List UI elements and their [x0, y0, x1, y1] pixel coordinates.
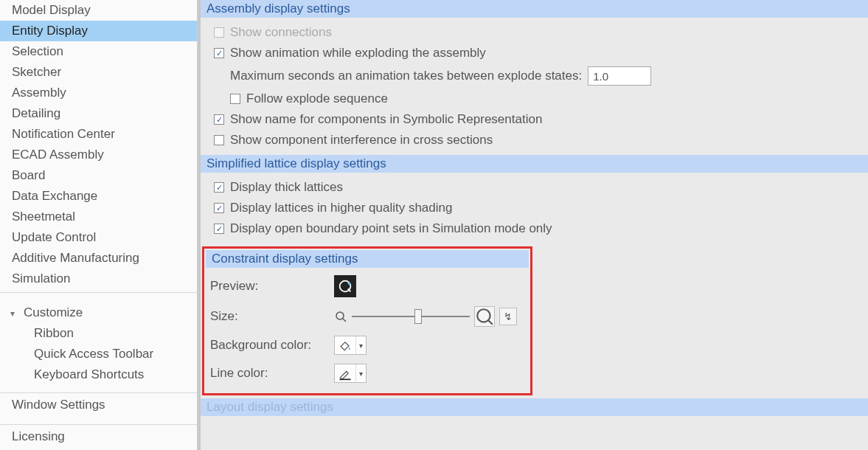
checkbox-open-boundary[interactable]: ✓	[214, 224, 224, 234]
checkbox-thick-lattices[interactable]: ✓	[214, 182, 224, 193]
pen-icon	[335, 364, 355, 382]
sidebar-item-selection[interactable]: Selection	[0, 41, 197, 62]
sidebar-item-assembly[interactable]: Assembly	[0, 83, 197, 103]
sidebar-item-simulation[interactable]: Simulation	[0, 269, 197, 289]
sidebar-category-list: Model Display Entity Display Selection S…	[0, 0, 197, 289]
sidebar-item-licensing[interactable]: Licensing	[0, 424, 197, 449]
label-show-interference: Show component interference in cross sec…	[230, 133, 493, 148]
size-slider-track[interactable]	[352, 316, 470, 317]
settings-main-panel: Assembly display settings Show connectio…	[198, 0, 868, 450]
size-reset-button[interactable]: ↯	[499, 308, 517, 325]
section-header-layout-cutoff: Layout display settings	[201, 398, 868, 416]
input-max-seconds[interactable]: 1.0	[588, 66, 651, 86]
label-open-boundary: Display open boundary point sets in Simu…	[230, 221, 552, 236]
sidebar-item-window-settings[interactable]: Window Settings	[0, 392, 197, 417]
sidebar-item-board[interactable]: Board	[0, 165, 197, 186]
section-header-constraint: Constraint display settings	[206, 250, 529, 268]
sidebar-item-notification-center[interactable]: Notification Center	[0, 124, 197, 145]
section-header-assembly: Assembly display settings	[201, 0, 868, 18]
label-preview: Preview:	[210, 279, 328, 294]
label-hq-shading: Display lattices in higher quality shadi…	[230, 201, 452, 215]
sidebar-item-model-display[interactable]: Model Display	[0, 0, 197, 21]
constraint-preview-swatch	[334, 275, 356, 297]
sidebar-item-update-control[interactable]: Update Control	[0, 227, 197, 248]
sidebar-subitem-ribbon[interactable]: Ribbon	[0, 323, 197, 344]
label-size: Size:	[210, 309, 328, 324]
checkbox-follow-explode[interactable]	[230, 94, 240, 104]
sidebar-item-data-exchange[interactable]: Data Exchange	[0, 186, 197, 207]
label-show-animation: Show animation while exploding the assem…	[230, 46, 486, 60]
sidebar-group-customize[interactable]: Customize	[0, 302, 197, 323]
svg-point-1	[348, 283, 351, 285]
label-max-seconds: Maximum seconds an animation takes betwe…	[230, 69, 582, 83]
checkbox-show-animation[interactable]: ✓	[214, 48, 224, 58]
sidebar-item-ecad-assembly[interactable]: ECAD Assembly	[0, 145, 197, 165]
sidebar-subitem-quick-access-toolbar[interactable]: Quick Access Toolbar	[0, 344, 197, 364]
sidebar-item-detailing[interactable]: Detailing	[0, 103, 197, 124]
label-line-color: Line color:	[210, 366, 328, 381]
chevron-down-icon: ▾	[355, 364, 366, 382]
section-header-lattice: Simplified lattice display settings	[201, 155, 868, 173]
label-follow-explode: Follow explode sequence	[246, 91, 388, 106]
sidebar-subitem-keyboard-shortcuts[interactable]: Keyboard Shortcuts	[0, 364, 197, 385]
checkbox-show-connections	[214, 27, 224, 38]
sidebar-item-entity-display[interactable]: Entity Display	[0, 21, 197, 41]
checkbox-show-name-symbolic[interactable]: ✓	[214, 114, 224, 125]
size-slider-thumb[interactable]	[414, 309, 422, 324]
settings-sidebar: Model Display Entity Display Selection S…	[0, 0, 198, 450]
line-color-dropdown[interactable]: ▾	[334, 364, 367, 383]
label-background-color: Background color:	[210, 338, 328, 353]
constraint-preview-icon	[337, 278, 353, 294]
checkbox-show-interference[interactable]	[214, 135, 224, 145]
svg-point-2	[336, 312, 344, 319]
svg-line-5	[488, 320, 492, 324]
size-small-icon	[334, 310, 347, 323]
sidebar-item-sketcher[interactable]: Sketcher	[0, 62, 197, 83]
label-show-connections: Show connections	[230, 25, 332, 40]
chevron-down-icon: ▾	[355, 336, 366, 354]
label-thick-lattices: Display thick lattices	[230, 180, 343, 195]
checkbox-hq-shading[interactable]: ✓	[214, 203, 224, 213]
svg-line-3	[343, 319, 346, 322]
background-color-dropdown[interactable]: ▾	[334, 336, 367, 355]
svg-rect-6	[340, 379, 351, 381]
svg-point-4	[477, 309, 490, 322]
constraint-size-slider: ↯	[334, 306, 517, 327]
label-show-name-symbolic: Show name for components in Symbolic Rep…	[230, 112, 542, 127]
paint-bucket-icon	[335, 336, 355, 354]
constraint-settings-highlight: Constraint display settings Preview: Siz…	[202, 246, 532, 395]
sidebar-item-additive-manufacturing[interactable]: Additive Manufacturing	[0, 248, 197, 269]
size-large-icon	[474, 306, 495, 327]
sidebar-item-sheetmetal[interactable]: Sheetmetal	[0, 207, 197, 227]
